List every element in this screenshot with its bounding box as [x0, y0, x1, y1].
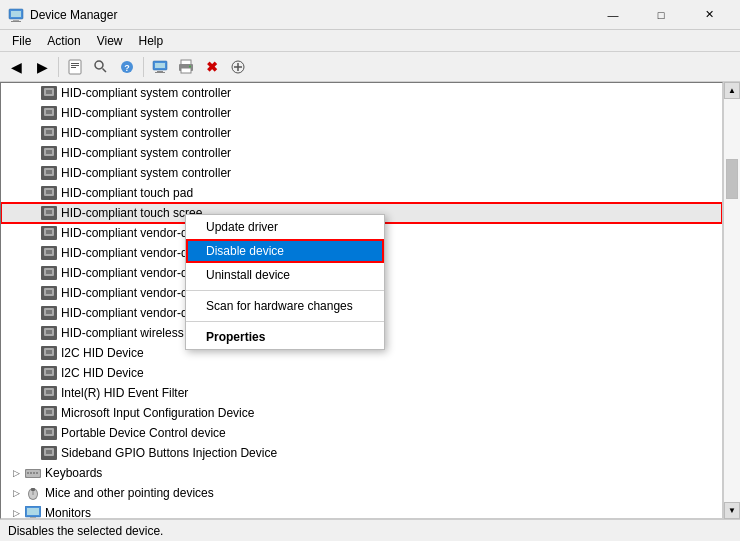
svg-rect-61 — [46, 330, 52, 334]
list-item[interactable]: Portable Device Control device — [1, 423, 722, 443]
toolbar-properties[interactable] — [63, 55, 87, 79]
svg-rect-82 — [27, 472, 29, 474]
list-item[interactable]: HID-compliant system controller — [1, 143, 722, 163]
svg-rect-18 — [181, 68, 191, 73]
menu-bar: File Action View Help — [0, 30, 740, 52]
toolbar-separator-2 — [143, 57, 144, 77]
window-title: Device Manager — [30, 8, 590, 22]
menu-view[interactable]: View — [89, 32, 131, 50]
list-item[interactable]: Microsoft Input Configuration Device — [1, 403, 722, 423]
ctx-properties[interactable]: Properties — [186, 325, 384, 349]
ctx-separator-1 — [186, 290, 384, 291]
app-icon — [8, 7, 24, 23]
maximize-button[interactable]: □ — [638, 0, 684, 30]
toolbar-help[interactable]: ? — [115, 55, 139, 79]
main-content: HID-compliant system controller HID-comp… — [0, 82, 740, 519]
svg-rect-31 — [46, 130, 52, 134]
svg-rect-6 — [71, 65, 79, 66]
context-menu: Update driver Disable device Uninstall d… — [185, 214, 385, 350]
svg-rect-37 — [46, 170, 52, 174]
title-bar: Device Manager — □ ✕ — [0, 0, 740, 30]
expand-icon: ▷ — [9, 506, 23, 519]
scroll-up-button[interactable]: ▲ — [724, 82, 740, 99]
list-item[interactable]: HID-compliant system controller — [1, 83, 722, 103]
svg-text:?: ? — [124, 63, 130, 73]
svg-rect-76 — [46, 430, 52, 434]
svg-rect-85 — [36, 472, 38, 474]
svg-point-8 — [95, 61, 103, 69]
ctx-update-driver[interactable]: Update driver — [186, 215, 384, 239]
svg-rect-64 — [46, 350, 52, 354]
scrollbar: ▲ ▼ — [723, 82, 740, 519]
menu-action[interactable]: Action — [39, 32, 88, 50]
minimize-button[interactable]: — — [590, 0, 636, 30]
list-item[interactable]: HID-compliant system controller — [1, 163, 722, 183]
svg-point-19 — [189, 65, 191, 67]
svg-rect-5 — [71, 63, 79, 64]
menu-help[interactable]: Help — [131, 32, 172, 50]
expand-icon: ▷ — [9, 466, 23, 480]
toolbar-separator-1 — [58, 57, 59, 77]
svg-rect-13 — [155, 63, 165, 68]
list-item[interactable]: HID-compliant touch pad — [1, 183, 722, 203]
toolbar: ◀ ▶ ? — [0, 52, 740, 82]
expand-icon: ▷ — [9, 486, 23, 500]
toolbar-back[interactable]: ◀ — [4, 55, 28, 79]
svg-rect-92 — [30, 517, 36, 519]
svg-rect-79 — [46, 450, 52, 454]
svg-rect-52 — [46, 270, 52, 274]
svg-rect-49 — [46, 250, 52, 254]
list-item[interactable]: HID-compliant system controller — [1, 103, 722, 123]
svg-rect-46 — [46, 230, 52, 234]
svg-rect-89 — [31, 488, 35, 491]
list-item[interactable]: Sideband GPIO Buttons Injection Device — [1, 443, 722, 463]
category-mice[interactable]: ▷ Mice and other pointing devices — [1, 483, 722, 503]
toolbar-print[interactable] — [174, 55, 198, 79]
ctx-uninstall-device[interactable]: Uninstall device — [186, 263, 384, 287]
svg-rect-58 — [46, 310, 52, 314]
status-text: Disables the selected device. — [8, 524, 163, 538]
svg-rect-34 — [46, 150, 52, 154]
svg-rect-7 — [71, 67, 76, 68]
svg-rect-15 — [155, 72, 165, 73]
svg-rect-3 — [11, 21, 21, 22]
svg-rect-91 — [27, 508, 39, 515]
svg-rect-93 — [28, 519, 38, 520]
svg-rect-1 — [11, 11, 21, 17]
svg-line-9 — [103, 68, 107, 72]
ctx-disable-device[interactable]: Disable device — [186, 239, 384, 263]
svg-rect-73 — [46, 410, 52, 414]
ctx-separator-2 — [186, 321, 384, 322]
svg-rect-28 — [46, 110, 52, 114]
scroll-down-button[interactable]: ▼ — [724, 502, 740, 519]
toolbar-search[interactable] — [89, 55, 113, 79]
toolbar-forward[interactable]: ▶ — [30, 55, 54, 79]
close-button[interactable]: ✕ — [686, 0, 732, 30]
svg-rect-84 — [33, 472, 35, 474]
toolbar-add[interactable] — [226, 55, 250, 79]
list-item[interactable]: HID-compliant system controller — [1, 123, 722, 143]
svg-rect-40 — [46, 190, 52, 194]
list-item[interactable]: Intel(R) HID Event Filter — [1, 383, 722, 403]
svg-rect-55 — [46, 290, 52, 294]
status-bar: Disables the selected device. — [0, 519, 740, 541]
menu-file[interactable]: File — [4, 32, 39, 50]
category-monitors[interactable]: ▷ Monitors — [1, 503, 722, 519]
svg-rect-83 — [30, 472, 32, 474]
svg-rect-67 — [46, 370, 52, 374]
svg-rect-43 — [46, 210, 52, 214]
toolbar-delete[interactable]: ✖ — [200, 55, 224, 79]
svg-rect-25 — [46, 90, 52, 94]
list-item[interactable]: I2C HID Device — [1, 363, 722, 383]
scrollbar-track[interactable] — [724, 99, 740, 502]
svg-rect-14 — [157, 71, 163, 72]
svg-rect-70 — [46, 390, 52, 394]
scrollbar-thumb[interactable] — [726, 159, 738, 199]
toolbar-computer[interactable] — [148, 55, 172, 79]
ctx-scan-hardware[interactable]: Scan for hardware changes — [186, 294, 384, 318]
category-keyboards[interactable]: ▷ Keyboards — [1, 463, 722, 483]
